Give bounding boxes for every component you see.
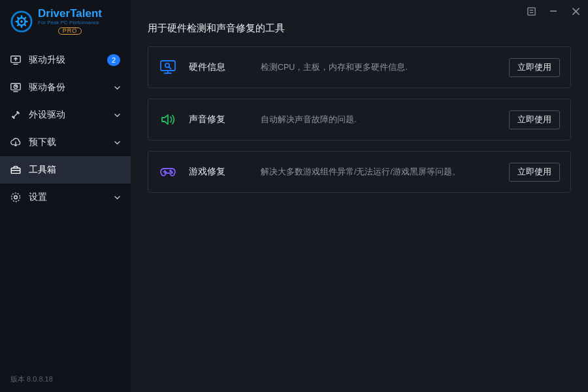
svg-line-27 bbox=[169, 67, 171, 69]
peripheral-icon bbox=[9, 108, 22, 122]
svg-rect-19 bbox=[527, 7, 534, 14]
use-now-button[interactable]: 立即使用 bbox=[509, 110, 560, 129]
sidebar: DriverTalent For Peak PC Performance PRO… bbox=[0, 0, 131, 392]
svg-rect-23 bbox=[161, 61, 175, 71]
svg-line-9 bbox=[24, 18, 25, 19]
sidebar-item-driver-upgrade[interactable]: 驱动升级 2 bbox=[0, 46, 131, 74]
app-subtitle: For Peak PC Performance bbox=[38, 20, 102, 25]
cloud-download-icon bbox=[9, 136, 22, 149]
svg-line-8 bbox=[18, 24, 19, 25]
minimize-button[interactable] bbox=[547, 5, 559, 17]
app-title-part1: Driver bbox=[38, 7, 70, 20]
svg-point-31 bbox=[171, 172, 172, 173]
tool-desc: 自动解决声音故障的问题. bbox=[261, 114, 509, 125]
svg-line-6 bbox=[18, 18, 19, 19]
toolbox-icon bbox=[9, 163, 22, 176]
svg-point-18 bbox=[12, 193, 20, 202]
version-number: 8.0.8.18 bbox=[27, 375, 53, 383]
svg-line-7 bbox=[24, 24, 25, 25]
use-now-button[interactable]: 立即使用 bbox=[509, 58, 560, 77]
app-logo-icon bbox=[10, 10, 33, 33]
chevron-down-icon bbox=[114, 112, 120, 118]
upgrade-badge: 2 bbox=[107, 54, 120, 66]
tool-row-game-repair: 游戏修复 解决大多数游戏组件异常/无法运行/游戏黑屏等问题。 立即使用 bbox=[148, 151, 571, 193]
hardware-monitor-icon bbox=[159, 58, 177, 76]
sidebar-item-toolbox[interactable]: 工具箱 bbox=[0, 156, 131, 184]
use-now-button[interactable]: 立即使用 bbox=[509, 163, 560, 182]
app-title-part2: Talent bbox=[70, 7, 102, 20]
tool-row-sound-repair: 声音修复 自动解决声音故障的问题. 立即使用 bbox=[148, 99, 571, 140]
version-label: 版本 8.0.8.18 bbox=[10, 374, 53, 384]
gamepad-icon bbox=[159, 163, 177, 181]
sidebar-item-peripheral-drivers[interactable]: 外设驱动 bbox=[0, 101, 131, 129]
gear-icon bbox=[9, 191, 22, 204]
pro-badge: PRO bbox=[58, 27, 82, 35]
app-logo-text: DriverTalent For Peak PC Performance PRO bbox=[38, 8, 102, 35]
app-title: DriverTalent bbox=[38, 8, 102, 19]
main: 用于硬件检测和声音修复的工具 硬件信息 检测CPU，主板，内存和更多硬件信息. … bbox=[131, 0, 588, 392]
chevron-down-icon bbox=[114, 84, 120, 91]
sidebar-item-label: 外设驱动 bbox=[29, 109, 114, 121]
sound-icon bbox=[159, 110, 177, 129]
svg-point-10 bbox=[20, 20, 23, 23]
sidebar-item-driver-backup[interactable]: 驱动备份 bbox=[0, 74, 131, 101]
app-logo: DriverTalent For Peak PC Performance PRO bbox=[0, 0, 131, 46]
tool-name: 声音修复 bbox=[189, 114, 261, 125]
tool-desc: 检测CPU，主板，内存和更多硬件信息. bbox=[261, 62, 509, 73]
chevron-down-icon bbox=[114, 139, 120, 146]
sidebar-item-label: 驱动升级 bbox=[29, 54, 107, 66]
sidebar-item-label: 驱动备份 bbox=[29, 82, 114, 93]
sidebar-item-label: 设置 bbox=[29, 191, 114, 203]
page-title: 用于硬件检测和声音修复的工具 bbox=[148, 0, 571, 46]
sidebar-item-predownload[interactable]: 预下载 bbox=[0, 129, 131, 156]
upgrade-icon bbox=[9, 54, 22, 67]
titlebar bbox=[525, 5, 581, 17]
tool-name: 硬件信息 bbox=[189, 61, 261, 73]
sidebar-item-label: 工具箱 bbox=[29, 164, 120, 176]
tool-name: 游戏修复 bbox=[189, 166, 261, 178]
backup-icon bbox=[9, 81, 22, 94]
svg-point-30 bbox=[170, 171, 171, 172]
version-prefix: 版本 bbox=[10, 375, 25, 383]
menu-button[interactable] bbox=[525, 5, 537, 17]
sidebar-item-settings[interactable]: 设置 bbox=[0, 184, 131, 211]
close-button[interactable] bbox=[570, 5, 581, 17]
nav: 驱动升级 2 驱动备份 bbox=[0, 46, 131, 211]
sidebar-item-label: 预下载 bbox=[29, 137, 114, 148]
chevron-down-icon bbox=[114, 194, 120, 201]
tool-desc: 解决大多数游戏组件异常/无法运行/游戏黑屏等问题。 bbox=[261, 167, 509, 178]
tool-row-hardware-info: 硬件信息 检测CPU，主板，内存和更多硬件信息. 立即使用 bbox=[148, 46, 571, 88]
